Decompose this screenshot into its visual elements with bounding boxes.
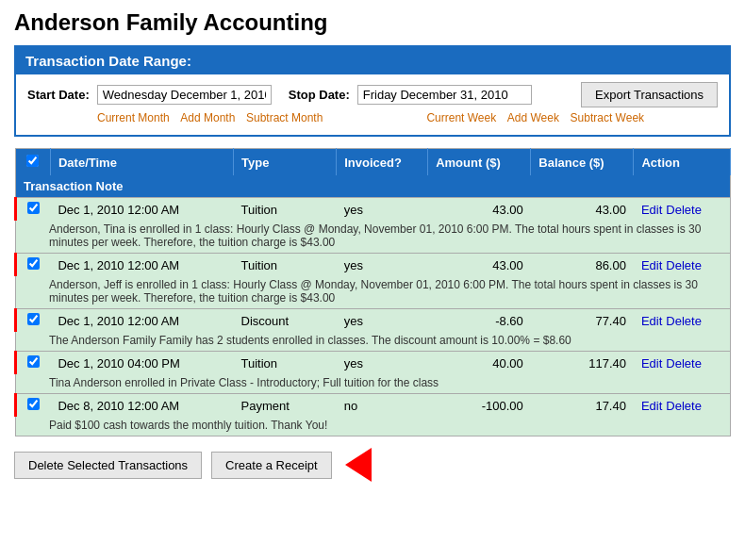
table-row: Dec 1, 2010 12:00 AMTuitionyes43.0043.00… xyxy=(16,198,731,222)
arrow-icon xyxy=(345,448,372,482)
row-invoiced: yes xyxy=(337,198,428,222)
th-checkbox xyxy=(16,149,51,176)
add-week-link[interactable]: Add Week xyxy=(507,111,559,125)
row-datetime: Dec 1, 2010 12:00 AM xyxy=(50,309,233,333)
row-checkbox-cell xyxy=(16,352,51,375)
table-row: Dec 1, 2010 12:00 AMTuitionyes43.0086.00… xyxy=(16,254,731,277)
start-date-input[interactable] xyxy=(97,85,272,105)
note-row: Anderson, Tina is enrolled in 1 class: H… xyxy=(16,221,731,254)
row-type: Discount xyxy=(234,309,337,333)
stop-date-label: Stop Date: xyxy=(289,88,350,102)
delete-link[interactable]: Delete xyxy=(666,314,702,328)
edit-link[interactable]: Edit xyxy=(641,258,662,272)
row-action: EditDelete xyxy=(634,394,731,418)
create-receipt-button[interactable]: Create a Receipt xyxy=(211,452,332,479)
note-row: The Anderson Family Family has 2 student… xyxy=(16,332,731,352)
note-row: Anderson, Jeff is enrolled in 1 class: H… xyxy=(16,276,731,309)
row-balance: 117.40 xyxy=(531,352,634,375)
row-balance: 17.40 xyxy=(531,394,634,418)
row-type: Tuition xyxy=(234,254,337,277)
current-week-link[interactable]: Current Week xyxy=(426,111,496,125)
select-all-checkbox[interactable] xyxy=(26,155,39,167)
stop-date-input[interactable] xyxy=(357,85,532,105)
row-type: Tuition xyxy=(234,352,337,375)
row-action: EditDelete xyxy=(634,254,731,277)
date-range-header: Transaction Date Range: xyxy=(16,47,729,74)
bottom-buttons: Delete Selected Transactions Create a Re… xyxy=(14,448,731,482)
row-checkbox-cell xyxy=(16,309,51,333)
row-datetime: Dec 1, 2010 04:00 PM xyxy=(50,352,233,375)
row-checkbox-cell xyxy=(16,394,51,418)
row-note: Anderson, Tina is enrolled in 1 class: H… xyxy=(16,221,731,254)
delete-link[interactable]: Delete xyxy=(666,203,702,217)
row-checkbox[interactable] xyxy=(27,257,40,270)
delete-link[interactable]: Delete xyxy=(666,258,702,272)
row-invoiced: yes xyxy=(337,352,428,375)
row-checkbox[interactable] xyxy=(27,202,40,214)
th-type: Type xyxy=(234,149,337,176)
row-invoiced: yes xyxy=(337,309,428,333)
row-checkbox[interactable] xyxy=(27,355,40,368)
row-checkbox[interactable] xyxy=(27,398,40,410)
current-month-link[interactable]: Current Month xyxy=(97,111,170,125)
row-checkbox-cell xyxy=(16,198,51,222)
export-transactions-button[interactable]: Export Transactions xyxy=(581,82,718,107)
th-action: Action xyxy=(634,149,731,176)
row-datetime: Dec 8, 2010 12:00 AM xyxy=(50,394,233,418)
row-balance: 43.00 xyxy=(531,198,634,222)
row-amount: 43.00 xyxy=(428,198,531,222)
row-action: EditDelete xyxy=(634,352,731,375)
delete-selected-button[interactable]: Delete Selected Transactions xyxy=(14,452,202,479)
row-invoiced: no xyxy=(337,394,428,418)
note-row: Tina Anderson enrolled in Private Class … xyxy=(16,374,731,394)
row-action: EditDelete xyxy=(634,309,731,333)
note-row: Paid $100 cash towards the monthly tuiti… xyxy=(16,417,731,436)
row-amount: -8.60 xyxy=(428,309,531,333)
row-note: Tina Anderson enrolled in Private Class … xyxy=(16,374,731,394)
delete-link[interactable]: Delete xyxy=(666,399,702,413)
row-datetime: Dec 1, 2010 12:00 AM xyxy=(50,254,233,277)
edit-link[interactable]: Edit xyxy=(641,399,662,413)
row-balance: 77.40 xyxy=(531,309,634,333)
row-type: Tuition xyxy=(234,198,337,222)
row-note: Paid $100 cash towards the monthly tuiti… xyxy=(16,417,731,436)
row-type: Payment xyxy=(234,394,337,418)
row-amount: 43.00 xyxy=(428,254,531,277)
row-datetime: Dec 1, 2010 12:00 AM xyxy=(50,198,233,222)
table-row: Dec 8, 2010 12:00 AMPaymentno-100.0017.4… xyxy=(16,394,731,418)
row-invoiced: yes xyxy=(337,254,428,277)
subheader-cell: Transaction Note xyxy=(16,175,731,198)
edit-link[interactable]: Edit xyxy=(641,314,662,328)
subtract-week-link[interactable]: Subtract Week xyxy=(571,111,644,125)
row-amount: -100.00 xyxy=(428,394,531,418)
table-header-row: Date/Time Type Invoiced? Amount ($) Bala… xyxy=(16,149,731,176)
edit-link[interactable]: Edit xyxy=(641,203,662,217)
table-row: Dec 1, 2010 12:00 AMDiscountyes-8.6077.4… xyxy=(16,309,731,333)
table-subheader-row: Transaction Note xyxy=(16,175,731,198)
row-note: Anderson, Jeff is enrolled in 1 class: H… xyxy=(16,276,731,309)
row-amount: 40.00 xyxy=(428,352,531,375)
th-invoiced: Invoiced? xyxy=(337,149,428,176)
page-title: Anderson Family Accounting xyxy=(14,9,731,36)
th-balance: Balance ($) xyxy=(531,149,634,176)
row-balance: 86.00 xyxy=(531,254,634,277)
th-amount: Amount ($) xyxy=(428,149,531,176)
delete-link[interactable]: Delete xyxy=(666,356,702,371)
date-range-section: Transaction Date Range: Start Date: Stop… xyxy=(14,45,731,137)
start-date-label: Start Date: xyxy=(27,88,90,102)
subtract-month-link[interactable]: Subtract Month xyxy=(246,111,323,125)
edit-link[interactable]: Edit xyxy=(641,356,662,371)
row-note: The Anderson Family Family has 2 student… xyxy=(16,332,731,352)
table-row: Dec 1, 2010 04:00 PMTuitionyes40.00117.4… xyxy=(16,352,731,375)
th-datetime: Date/Time xyxy=(50,149,233,176)
add-month-link[interactable]: Add Month xyxy=(180,111,235,125)
transactions-table: Date/Time Type Invoiced? Amount ($) Bala… xyxy=(14,148,731,436)
row-action: EditDelete xyxy=(634,198,731,222)
row-checkbox[interactable] xyxy=(27,313,40,325)
row-checkbox-cell xyxy=(16,254,51,277)
